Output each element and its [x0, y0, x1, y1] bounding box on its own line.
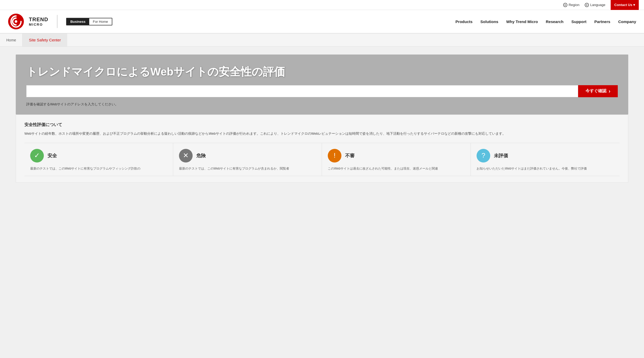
safe-card-header: ✓ 安全	[30, 149, 167, 162]
language-label: Language	[590, 3, 605, 7]
danger-card-header: ✕ 危険	[179, 149, 316, 162]
hero-title: トレンドマイクロによるWebサイトの安全性の評価	[26, 65, 618, 79]
logo-divider	[57, 15, 57, 28]
breadcrumb-current: Site Safety Center	[23, 34, 67, 46]
search-hint: 評価を確認するWebサイトのアドレスを入力してください。	[26, 102, 618, 107]
cards-row: ✓ 安全 最新のテストでは、このWebサイトに有害なプログラムやフィッシング詐欺…	[24, 143, 620, 176]
danger-icon: ✕	[179, 149, 193, 162]
suspicious-label: 不審	[345, 153, 355, 159]
region-selector[interactable]: ⊕ Region	[563, 3, 579, 7]
breadcrumb-home[interactable]: Home	[0, 34, 23, 46]
svg-point-1	[15, 20, 17, 23]
trend-micro-logo[interactable]	[8, 13, 24, 30]
nav-research[interactable]: Research	[546, 18, 564, 25]
region-label: Region	[569, 3, 579, 7]
info-text: Webサイトの経年数、ホストの場所や変更の履歴、および不正プログラムの挙動分析に…	[24, 131, 620, 137]
contact-us-button[interactable]: Contact Us ▾	[611, 0, 639, 10]
danger-text: 最新のテストでは、このWebサイトに有害なプログラムが含まれるか、閲覧者	[179, 166, 316, 171]
suspicious-card: ! 不審 このWebサイトは過去に改ざんされた可能性、または現在、迷惑メールと関…	[322, 143, 471, 176]
contact-us-label: Contact Us ▾	[614, 3, 635, 7]
danger-card: ✕ 危険 最新のテストでは、このWebサイトに有害なプログラムが含まれるか、閲覧…	[173, 143, 322, 176]
business-toggle: Business For Home	[66, 18, 112, 25]
top-bar: ⊕ Region ⊕ Language Contact Us ▾	[0, 0, 644, 10]
nav-company[interactable]: Company	[618, 18, 636, 25]
unrated-card: ? 未評価 お知らせいただいたWebサイトはまだ評価されていません。今後、弊社で…	[471, 143, 620, 176]
url-search-input[interactable]	[26, 85, 578, 97]
safe-icon: ✓	[30, 149, 44, 162]
info-section: 安全性評価について Webサイトの経年数、ホストの場所や変更の履歴、および不正プ…	[16, 115, 628, 183]
language-selector[interactable]: ⊕ Language	[585, 3, 605, 7]
language-globe-icon: ⊕	[585, 3, 589, 7]
header: TREND MICRO Business For Home Products S…	[0, 10, 644, 34]
nav-partners[interactable]: Partners	[594, 18, 610, 25]
info-title: 安全性評価について	[24, 122, 620, 128]
main-content: トレンドマイクロによるWebサイトの安全性の評価 今すぐ確認 評価を確認するWe…	[0, 47, 644, 191]
unrated-icon: ?	[477, 149, 490, 162]
chevron-right-icon	[609, 88, 610, 94]
safe-label: 安全	[47, 153, 57, 159]
logo-area: TREND MICRO Business For Home	[8, 13, 112, 30]
hero-section: トレンドマイクロによるWebサイトの安全性の評価 今すぐ確認 評価を確認するWe…	[16, 55, 628, 115]
nav-support[interactable]: Support	[571, 18, 587, 25]
search-button-label: 今すぐ確認	[585, 88, 606, 94]
suspicious-card-header: ! 不審	[328, 149, 465, 162]
safe-text: 最新のテストでは、このWebサイトに有害なプログラムやフィッシング詐欺の	[30, 166, 167, 171]
nav-why-trend-micro[interactable]: Why Trend Micro	[506, 18, 538, 25]
logo-text: TREND MICRO	[29, 17, 48, 26]
forhome-tab[interactable]: For Home	[89, 18, 112, 25]
unrated-text: お知らせいただいたWebサイトはまだ評価されていません。今後、弊社で評価	[477, 166, 614, 171]
unrated-card-header: ? 未評価	[477, 149, 614, 162]
nav-solutions[interactable]: Solutions	[481, 18, 498, 25]
breadcrumb: Home Site Safety Center	[0, 34, 644, 47]
main-nav: Products Solutions Why Trend Micro Resea…	[456, 18, 636, 25]
suspicious-text: このWebサイトは過去に改ざんされた可能性、または現在、迷惑メールと関連	[328, 166, 465, 171]
search-row: 今すぐ確認	[26, 85, 618, 97]
danger-label: 危険	[196, 153, 206, 159]
search-button[interactable]: 今すぐ確認	[578, 85, 618, 97]
globe-icon: ⊕	[563, 3, 567, 7]
business-tab[interactable]: Business	[67, 18, 89, 25]
safe-card: ✓ 安全 最新のテストでは、このWebサイトに有害なプログラムやフィッシング詐欺…	[24, 143, 173, 176]
nav-products[interactable]: Products	[456, 18, 473, 25]
suspicious-icon: !	[328, 149, 341, 162]
unrated-label: 未評価	[494, 153, 508, 159]
